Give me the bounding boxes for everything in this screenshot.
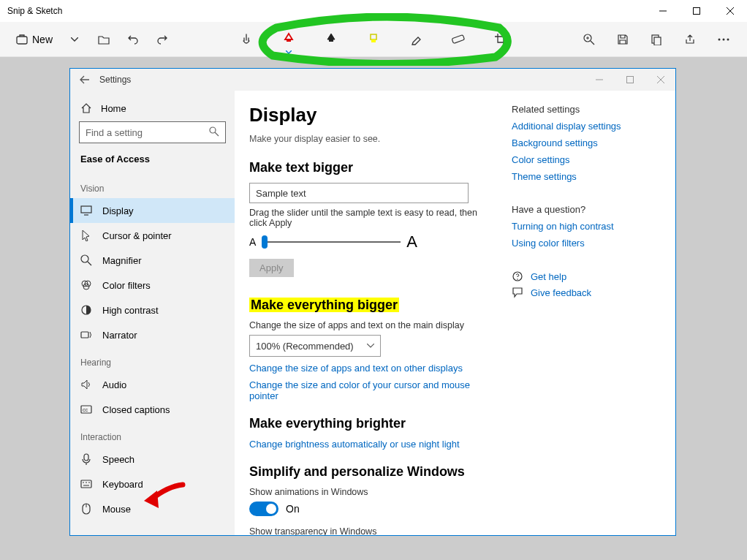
crop-tool[interactable]: [486, 25, 515, 54]
slider-thumb[interactable]: [262, 235, 268, 249]
nav-closed-captions[interactable]: cc Closed captions: [70, 397, 235, 422]
more-icon: [718, 38, 729, 41]
svg-line-30: [88, 262, 91, 265]
touch-icon: [240, 33, 253, 46]
nav-label: Closed captions: [102, 404, 170, 415]
minimize-button[interactable]: [646, 0, 680, 22]
new-dropdown[interactable]: [63, 28, 86, 51]
animations-toggle[interactable]: [249, 502, 278, 516]
page-heading: Display: [249, 104, 497, 126]
svg-point-29: [81, 255, 88, 262]
hearing-header: Hearing: [70, 347, 235, 372]
related-panel: Related settings Additional display sett…: [512, 104, 658, 535]
more-button[interactable]: [712, 28, 735, 51]
redo-button[interactable]: [151, 28, 174, 51]
folder-icon: [98, 34, 110, 45]
ruler-tool[interactable]: [444, 25, 473, 54]
nav-label: Narrator: [102, 330, 137, 341]
transparency-label: Show transparency in Windows: [249, 526, 497, 535]
nav-magnifier[interactable]: Magnifier: [70, 248, 235, 273]
contrast-icon: [80, 304, 92, 316]
question-heading: Have a question?: [512, 204, 658, 215]
give-feedback-link[interactable]: Give feedback: [531, 287, 591, 298]
highlighted-text: Make everything bigger: [249, 298, 399, 312]
nav-label: Display: [102, 205, 134, 216]
share-icon: [684, 34, 696, 45]
link-color-filters-help[interactable]: Using color filters: [512, 238, 658, 249]
home-button[interactable]: Home: [70, 97, 235, 120]
pencil-tool[interactable]: [316, 25, 346, 54]
nav-keyboard[interactable]: Keyboard: [70, 472, 235, 496]
link-theme[interactable]: Theme settings: [512, 171, 658, 182]
back-button[interactable]: [76, 71, 94, 88]
audio-icon: [80, 379, 92, 390]
zoom-icon: [583, 34, 595, 45]
home-label: Home: [101, 103, 126, 114]
touch-writing-tool[interactable]: [232, 25, 261, 54]
link-cursor-size[interactable]: Change the size and color of your cursor…: [249, 379, 497, 401]
link-color[interactable]: Color settings: [512, 154, 658, 165]
link-brightness[interactable]: Change brightness automatically or use n…: [249, 439, 497, 450]
scale-dropdown[interactable]: 100% (Recommended): [249, 335, 381, 357]
nav-cursor[interactable]: Cursor & pointer: [70, 223, 235, 248]
apply-button[interactable]: Apply: [249, 259, 294, 277]
undo-button[interactable]: [121, 28, 145, 51]
search-placeholder: Find a setting: [86, 127, 143, 138]
nav-mouse[interactable]: Mouse: [70, 496, 235, 521]
link-additional-display[interactable]: Additional display settings: [512, 121, 658, 132]
ballpoint-icon: [283, 32, 295, 47]
nav-speech[interactable]: Speech: [70, 447, 235, 472]
crop-icon: [494, 33, 507, 46]
share-button[interactable]: [678, 28, 702, 51]
small-a-label: A: [249, 236, 256, 248]
eraser-tool[interactable]: [401, 25, 431, 54]
section-text-bigger: Make text bigger: [249, 160, 497, 175]
chevron-down-icon: [71, 37, 78, 42]
save-button[interactable]: [611, 28, 634, 51]
narrator-icon: [80, 329, 92, 341]
ruler-icon: [451, 34, 466, 45]
related-heading: Related settings: [512, 104, 658, 115]
snip-title: Snip & Sketch: [7, 6, 62, 16]
ballpoint-pen-tool[interactable]: [274, 25, 303, 54]
highlighter-tool[interactable]: [359, 25, 388, 54]
sample-text-value: Sample text: [256, 188, 306, 199]
link-background[interactable]: Background settings: [512, 137, 658, 148]
settings-maximize[interactable]: [615, 69, 645, 91]
close-button[interactable]: [713, 0, 747, 22]
svg-line-26: [215, 132, 219, 136]
copy-icon: [651, 34, 662, 45]
new-snip-button[interactable]: New: [12, 28, 57, 51]
open-file-button[interactable]: [92, 28, 115, 51]
mic-icon: [80, 453, 92, 465]
link-other-displays[interactable]: Change the size of apps and text on othe…: [249, 363, 497, 374]
find-setting-input[interactable]: Find a setting: [79, 121, 226, 143]
zoom-button[interactable]: [577, 28, 601, 51]
nav-narrator[interactable]: Narrator: [70, 322, 235, 347]
nav-display[interactable]: Display: [70, 198, 235, 223]
maximize-button[interactable]: [680, 0, 713, 22]
copy-button[interactable]: [645, 28, 668, 51]
nav-audio[interactable]: Audio: [70, 372, 235, 397]
cursor-icon: [80, 230, 92, 241]
nav-high-contrast[interactable]: High contrast: [70, 298, 235, 322]
svg-point-18: [718, 38, 721, 40]
svg-rect-22: [627, 77, 634, 83]
text-size-slider[interactable]: A A: [249, 232, 497, 251]
category-title: Ease of Access: [70, 151, 235, 173]
nav-label: Cursor & pointer: [102, 230, 172, 241]
get-help-link[interactable]: Get help: [531, 271, 566, 282]
slider-track[interactable]: [262, 241, 401, 243]
settings-main: Display Make your display easier to see.…: [235, 91, 675, 535]
link-high-contrast-help[interactable]: Turning on high contrast: [512, 221, 658, 232]
nav-color-filters[interactable]: Color filters: [70, 273, 235, 298]
nav-label: Magnifier: [102, 255, 141, 266]
settings-sidebar: Home Find a setting Ease of Access Visio…: [70, 91, 235, 535]
feedback-icon: [512, 287, 523, 298]
settings-close[interactable]: [646, 69, 675, 91]
slider-description: Drag the slider until the sample text is…: [249, 208, 497, 228]
svg-line-13: [591, 41, 594, 45]
svg-text:cc: cc: [83, 407, 88, 412]
svg-rect-4: [17, 37, 27, 44]
settings-minimize[interactable]: [585, 69, 614, 91]
